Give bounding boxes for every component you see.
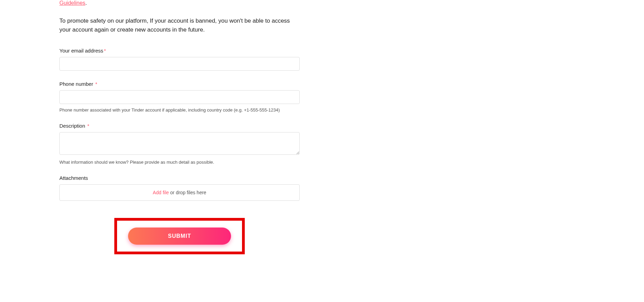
required-star: * [95, 81, 97, 87]
phone-hint: Phone number associated with your Tinder… [59, 107, 300, 113]
phone-form-group: Phone number * Phone number associated w… [59, 81, 300, 113]
submit-wrapper: SUBMIT [59, 218, 300, 254]
description-field[interactable] [59, 132, 300, 155]
description-form-group: Description * What information should we… [59, 123, 300, 165]
email-form-group: Your email address* [59, 48, 300, 71]
drop-files-text: or drop files here [170, 190, 206, 195]
phone-label-text: Phone number [59, 81, 93, 87]
attachments-label: Attachments [59, 175, 300, 181]
description-label: Description * [59, 123, 300, 129]
submit-button[interactable]: SUBMIT [128, 228, 231, 245]
highlight-box: SUBMIT [114, 218, 245, 254]
description-label-text: Description [59, 123, 85, 129]
required-star: * [87, 123, 89, 129]
attachments-form-group: Attachments Add file or drop files here [59, 175, 300, 201]
email-label: Your email address* [59, 48, 300, 54]
guidelines-link[interactable]: Guidelines [59, 0, 85, 6]
intro-block: Guidelines. To promote safety on our pla… [59, 0, 300, 34]
safety-paragraph: To promote safety on our platform, If yo… [59, 16, 300, 34]
intro-text-line: Guidelines. [59, 0, 87, 6]
email-label-text: Your email address [59, 48, 103, 54]
period: . [85, 0, 87, 6]
email-field[interactable] [59, 57, 300, 71]
phone-label: Phone number * [59, 81, 300, 87]
required-star: * [104, 48, 106, 54]
add-file-link[interactable]: Add file [153, 190, 169, 195]
description-hint: What information should we know? Please … [59, 160, 300, 165]
phone-field[interactable] [59, 90, 300, 104]
attachments-dropzone[interactable]: Add file or drop files here [59, 184, 300, 201]
